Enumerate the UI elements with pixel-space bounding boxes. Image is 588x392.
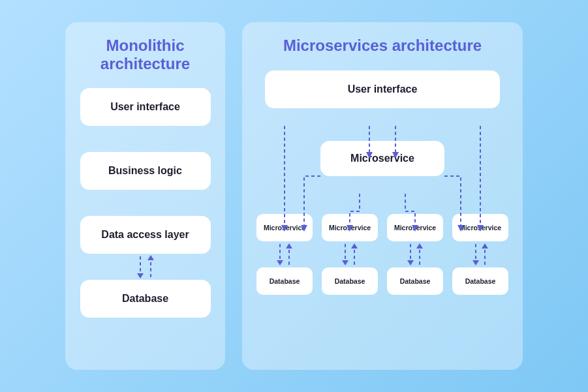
svg-marker-19: [286, 243, 292, 249]
micro-db-4: Database: [452, 267, 508, 295]
mono-layer-business: Business logic: [80, 152, 211, 190]
svg-marker-1: [137, 273, 144, 279]
monolithic-title: Monolithic architecture: [80, 37, 211, 72]
svg-marker-29: [472, 260, 479, 265]
micro-bidir-arrow-4: [464, 241, 497, 267]
mono-layer-database: Database: [80, 280, 211, 318]
svg-marker-17: [277, 260, 283, 265]
monolithic-panel: Monolithic architecture User interface B…: [65, 22, 225, 370]
svg-marker-25: [407, 260, 414, 265]
micro-service-1: Microservice: [256, 214, 313, 241]
micro-db-1: Database: [256, 267, 313, 295]
svg-marker-23: [351, 243, 358, 249]
micro-bidir-arrow-3: [399, 241, 431, 267]
mono-layer-ui: User interface: [80, 88, 211, 126]
svg-marker-31: [482, 243, 488, 249]
micro-service-4: Microservice: [452, 214, 508, 241]
svg-marker-27: [416, 243, 423, 249]
svg-marker-3: [147, 255, 154, 260]
micro-bidir-arrow-1: [268, 241, 301, 267]
mono-layer-data-access: Data access layer: [80, 216, 211, 254]
micro-db-2: Database: [322, 267, 378, 295]
micro-col-3: Microservice Database: [387, 214, 443, 295]
micro-service-2: Microservice: [322, 214, 378, 241]
micro-services-row: Microservice Database Microservice Datab…: [256, 214, 508, 295]
mono-bidir-arrow: [126, 254, 165, 280]
micro-db-3: Database: [387, 267, 443, 295]
microservices-panel: Microservices architecture User interfac…: [242, 22, 523, 370]
micro-col-4: Microservice Database: [452, 214, 508, 295]
microservices-title: Microservices architecture: [283, 37, 482, 55]
svg-marker-21: [342, 260, 348, 265]
micro-ui-box: User interface: [265, 70, 500, 108]
micro-col-1: Microservice Database: [256, 214, 313, 295]
micro-gateway-box: Microservice: [320, 141, 444, 176]
diagram-wrapper: Monolithic architecture User interface B…: [0, 0, 588, 392]
micro-service-3: Microservice: [387, 214, 443, 241]
micro-bidir-arrow-2: [333, 241, 366, 267]
micro-col-2: Microservice Database: [322, 214, 378, 295]
